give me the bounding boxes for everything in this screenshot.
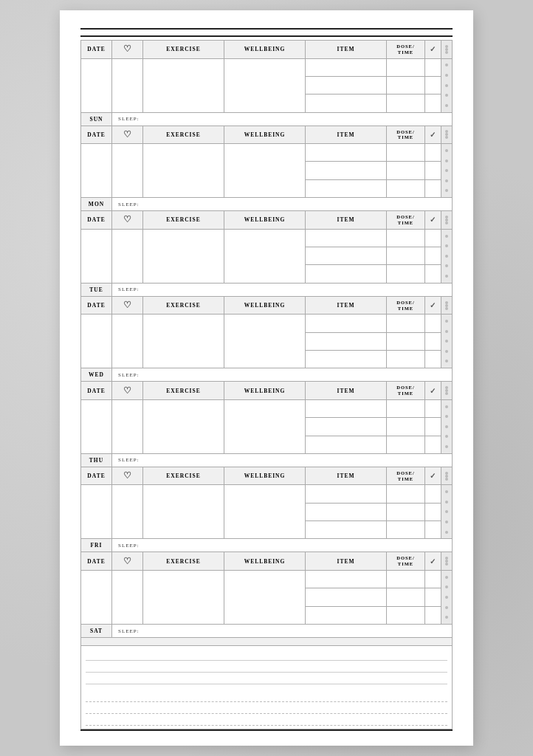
item-row-3[interactable] [306,521,386,538]
exercise-input-sat[interactable] [143,571,224,624]
dose-row-2[interactable] [387,418,424,436]
sleep-row-mon[interactable]: SLEEP: [112,198,452,210]
check-row-2[interactable] [425,333,441,351]
check-row-1[interactable] [425,315,441,332]
item-row-2[interactable] [306,162,386,179]
check-row-1[interactable] [425,400,441,418]
dose-row-1[interactable] [387,59,424,77]
wellbeing-input-thu[interactable] [224,400,306,453]
check-row-1[interactable] [425,230,441,247]
mood-input-fri[interactable] [112,485,143,538]
item-row-1[interactable] [306,315,386,332]
exercise-input-tue[interactable] [143,230,224,283]
check-row-3[interactable] [425,94,441,111]
date-input-fri[interactable] [81,485,112,538]
check-row-3[interactable] [425,351,441,368]
mood-input-tue[interactable] [112,230,143,283]
date-input-mon[interactable] [81,144,112,197]
item-row-3[interactable] [306,436,386,453]
notes-line[interactable] [86,661,447,673]
check-row-2[interactable] [425,247,441,265]
check-row-2[interactable] [425,418,441,436]
date-input-thu[interactable] [81,400,112,453]
date-input-wed[interactable] [81,315,112,368]
notes-dotted-line[interactable] [86,714,447,726]
sleep-row-sun[interactable]: SLEEP: [112,113,452,126]
dose-row-3[interactable] [387,180,424,197]
dose-row-2[interactable] [387,504,424,521]
check-row-2[interactable] [425,77,441,94]
notes-dotted-line[interactable] [86,690,447,702]
mood-input-sat[interactable] [112,571,143,624]
mood-input-thu[interactable] [112,400,143,453]
exercise-input-thu[interactable] [143,400,224,453]
item-row-3[interactable] [306,180,386,197]
date-input-sat[interactable] [81,571,112,624]
item-row-1[interactable] [306,400,386,418]
exercise-input-sun[interactable] [143,59,224,112]
dose-row-2[interactable] [387,247,424,265]
mood-input-sun[interactable] [112,59,143,112]
dose-row-2[interactable] [387,333,424,351]
item-row-1[interactable] [306,485,386,503]
dose-row-1[interactable] [387,571,424,588]
item-row-1[interactable] [306,571,386,588]
dose-row-1[interactable] [387,400,424,418]
item-row-2[interactable] [306,588,386,606]
check-row-1[interactable] [425,59,441,77]
notes-line[interactable] [86,649,447,661]
date-input-sun[interactable] [81,59,112,112]
check-row-2[interactable] [425,504,441,521]
dose-row-1[interactable] [387,230,424,247]
item-row-3[interactable] [306,607,386,624]
check-row-3[interactable] [425,180,441,197]
item-row-2[interactable] [306,418,386,436]
check-row-3[interactable] [425,436,441,453]
item-row-1[interactable] [306,144,386,162]
wellbeing-input-sat[interactable] [224,571,306,624]
notes-line[interactable] [86,673,447,684]
item-row-3[interactable] [306,265,386,282]
exercise-input-wed[interactable] [143,315,224,368]
wellbeing-input-tue[interactable] [224,230,306,283]
check-row-1[interactable] [425,144,441,162]
dose-row-3[interactable] [387,436,424,453]
item-row-1[interactable] [306,230,386,247]
wellbeing-input-mon[interactable] [224,144,306,197]
sleep-row-sat[interactable]: SLEEP: [112,625,452,637]
dose-row-2[interactable] [387,588,424,606]
exercise-input-mon[interactable] [143,144,224,197]
sleep-row-fri[interactable]: SLEEP: [112,539,452,551]
sleep-row-tue[interactable]: SLEEP: [112,284,452,296]
dose-row-3[interactable] [387,607,424,624]
dose-row-3[interactable] [387,94,424,111]
dose-row-1[interactable] [387,144,424,162]
item-row-3[interactable] [306,351,386,368]
mood-input-wed[interactable] [112,315,143,368]
check-row-3[interactable] [425,265,441,282]
wellbeing-input-sun[interactable] [224,59,306,112]
item-row-2[interactable] [306,77,386,94]
check-row-2[interactable] [425,588,441,606]
item-row-3[interactable] [306,94,386,111]
dose-row-1[interactable] [387,315,424,332]
check-row-3[interactable] [425,521,441,538]
check-row-3[interactable] [425,607,441,624]
item-row-1[interactable] [306,59,386,77]
item-row-2[interactable] [306,504,386,521]
sleep-row-wed[interactable]: SLEEP: [112,368,452,381]
dose-row-1[interactable] [387,485,424,503]
dose-row-2[interactable] [387,162,424,179]
notes-dotted-line[interactable] [86,702,447,714]
wellbeing-input-fri[interactable] [224,485,306,538]
wellbeing-input-wed[interactable] [224,315,306,368]
dose-row-3[interactable] [387,351,424,368]
item-row-2[interactable] [306,333,386,351]
dose-row-3[interactable] [387,265,424,282]
exercise-input-fri[interactable] [143,485,224,538]
check-row-1[interactable] [425,485,441,503]
dose-row-3[interactable] [387,521,424,538]
check-row-1[interactable] [425,571,441,588]
mood-input-mon[interactable] [112,144,143,197]
item-row-2[interactable] [306,247,386,265]
